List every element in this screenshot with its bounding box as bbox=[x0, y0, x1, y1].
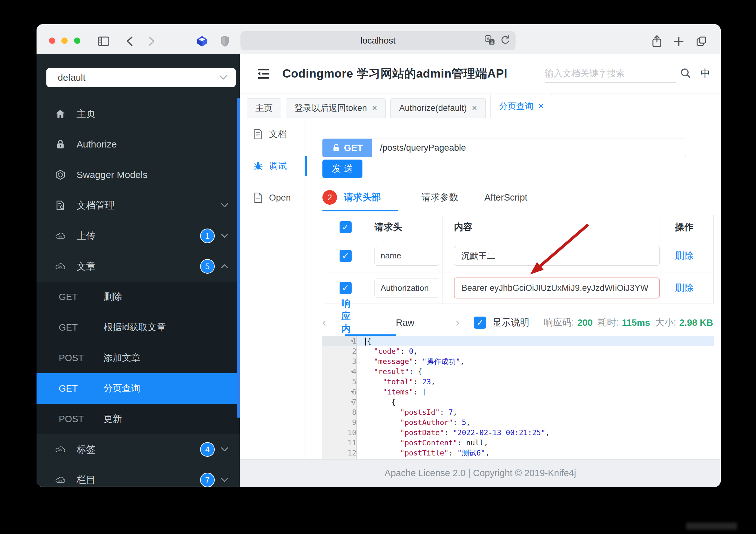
close-icon[interactable]: × bbox=[472, 103, 477, 113]
nav-item-debug[interactable]: 调试 bbox=[240, 150, 306, 182]
chevron-up-icon bbox=[221, 264, 229, 269]
back-icon[interactable] bbox=[123, 35, 136, 48]
main-panel: Codingmore 学习网站的admin管理端API 输入文档关键字搜索 中 … bbox=[240, 54, 721, 487]
language-toggle[interactable]: 中 bbox=[700, 67, 710, 80]
text-caret bbox=[365, 338, 366, 346]
sidebar-item-authorize[interactable]: Authorize bbox=[37, 129, 240, 159]
tab-request-headers[interactable]: 2 请求头部 bbox=[322, 190, 395, 205]
tab-raw[interactable]: Raw bbox=[396, 318, 414, 328]
translate-icon[interactable]: A文 bbox=[484, 35, 495, 45]
request-tab-bar: 2 请求头部 请求参数 AfterScript bbox=[322, 190, 527, 205]
doc-search-input[interactable]: 输入文档关键字搜索 bbox=[545, 65, 676, 83]
tab-content: 文档 调试 Open bbox=[240, 118, 721, 487]
sidebar-subitem-update[interactable]: POST 更新 bbox=[37, 404, 240, 434]
editor-gutter: 4▾ bbox=[322, 367, 357, 377]
app-cube-icon[interactable] bbox=[195, 35, 209, 48]
fold-icon[interactable]: ▾ bbox=[350, 397, 354, 407]
request-url-input[interactable] bbox=[372, 139, 686, 157]
fold-icon[interactable]: ▾ bbox=[350, 387, 354, 397]
header-name-input[interactable] bbox=[374, 246, 439, 266]
tab-home[interactable]: 主页 bbox=[247, 98, 281, 118]
editor-gutter: 7▾ bbox=[322, 397, 357, 407]
tab-request-params[interactable]: 请求参数 bbox=[421, 191, 458, 204]
menu-fold-icon[interactable] bbox=[256, 66, 272, 81]
fold-icon[interactable]: ▾ bbox=[350, 336, 354, 346]
editor-gutter: 9 bbox=[322, 417, 357, 428]
authorization-value-input[interactable] bbox=[454, 277, 660, 298]
editor-lines: 1▾{2 "code": 0,3 "message": "操作成功",4▾ "r… bbox=[322, 336, 715, 468]
new-tab-icon[interactable] bbox=[672, 35, 686, 48]
tab-afterscript[interactable]: AfterScript bbox=[484, 192, 527, 203]
sidebar-item-upload[interactable]: API 上传 1 bbox=[37, 221, 240, 251]
close-icon[interactable]: × bbox=[372, 103, 377, 113]
nav-item-open[interactable]: Open bbox=[240, 182, 306, 213]
tab-authorize-default[interactable]: Authorize(default) × bbox=[391, 98, 485, 118]
delete-link[interactable]: 删除 bbox=[675, 282, 693, 294]
reload-icon[interactable] bbox=[500, 35, 510, 45]
tab-overview-icon[interactable] bbox=[695, 35, 708, 48]
chevron-left-icon[interactable]: ‹ bbox=[322, 316, 326, 329]
group-select[interactable]: default bbox=[46, 68, 236, 87]
share-icon[interactable] bbox=[650, 35, 663, 48]
document-icon bbox=[253, 129, 263, 140]
response-meta: 响应码: 200 耗时: 115ms 大小: 2.98 KB bbox=[539, 316, 713, 329]
count-badge: 5 bbox=[200, 259, 215, 274]
sidebar-toggle-icon[interactable] bbox=[97, 35, 110, 48]
send-button[interactable]: 发 送 bbox=[322, 159, 363, 178]
browser-toolbar: localhost A文 bbox=[37, 24, 721, 54]
sidebar-item-columns[interactable]: API 栏目 7 bbox=[37, 465, 240, 487]
svg-text:API: API bbox=[58, 449, 62, 451]
svg-text:API: API bbox=[58, 266, 62, 268]
sidebar-item-doc-manage[interactable]: 文档管理 bbox=[37, 190, 240, 221]
page-title: Codingmore 学习网站的admin管理端API bbox=[283, 66, 507, 82]
sidebar-subitem-page-query[interactable]: GET 分页查询 bbox=[37, 373, 240, 404]
header-value-input[interactable] bbox=[454, 246, 660, 266]
error-count-badge: 2 bbox=[322, 190, 337, 205]
row-checkbox[interactable]: ✓ bbox=[339, 282, 352, 294]
window-minimize-button[interactable] bbox=[61, 38, 68, 44]
search-icon[interactable] bbox=[680, 68, 691, 79]
browser-window: localhost A文 default bbox=[37, 24, 721, 487]
tab-page-query[interactable]: 分页查询 × bbox=[491, 94, 552, 118]
chevron-right-icon[interactable]: › bbox=[455, 316, 459, 329]
status-code: 200 bbox=[577, 318, 592, 328]
window-close-button[interactable] bbox=[49, 38, 55, 44]
window-zoom-button[interactable] bbox=[74, 38, 80, 44]
bug-icon bbox=[253, 161, 263, 171]
address-bar[interactable]: localhost A文 bbox=[240, 31, 516, 50]
tab-login-token[interactable]: 登录以后返回token × bbox=[286, 98, 386, 118]
editor-line: 2 "code": 0, bbox=[322, 346, 715, 356]
sidebar-subitem-get-by-id[interactable]: GET 根据id获取文章 bbox=[37, 312, 240, 343]
forward-icon[interactable] bbox=[145, 35, 158, 48]
select-all-checkbox[interactable]: ✓ bbox=[339, 221, 352, 233]
nav-item-doc[interactable]: 文档 bbox=[240, 118, 306, 150]
sidebar-subitem-add[interactable]: POST 添加文章 bbox=[37, 343, 240, 373]
sidebar-item-swagger-models[interactable]: Swagger Models bbox=[37, 159, 240, 190]
editor-gutter: 6▾ bbox=[322, 387, 357, 397]
sidebar-item-home[interactable]: 主页 bbox=[37, 98, 240, 129]
editor-code: "postContent": null, bbox=[357, 438, 488, 448]
document-gear-icon bbox=[55, 200, 67, 211]
fold-icon[interactable]: ▾ bbox=[350, 367, 354, 377]
sidebar-scrollbar[interactable] bbox=[237, 98, 240, 418]
delete-link[interactable]: 删除 bbox=[675, 249, 693, 262]
sidebar: default 主页 Authorize Swagger Models bbox=[37, 54, 240, 487]
sidebar-subitem-delete[interactable]: GET 删除 bbox=[37, 282, 240, 312]
editor-gutter: 3 bbox=[322, 356, 357, 367]
shield-icon[interactable] bbox=[218, 35, 231, 48]
editor-line: 12 "postTitle": "测试6", bbox=[322, 448, 715, 458]
editor-line: 6▾ "items": [ bbox=[322, 387, 715, 397]
sidebar-item-tags[interactable]: API 标签 4 bbox=[37, 434, 240, 465]
row-checkbox[interactable]: ✓ bbox=[339, 250, 352, 262]
header-name-input[interactable] bbox=[374, 278, 439, 298]
articles-submenu: GET 删除 GET 根据id获取文章 POST 添加文章 GET 分页查询 bbox=[37, 282, 240, 434]
sidebar-menu: 主页 Authorize Swagger Models 文档管理 API bbox=[37, 98, 240, 487]
sidebar-item-articles[interactable]: API 文章 5 bbox=[37, 251, 240, 282]
app-header: Codingmore 学习网站的admin管理端API 输入文档关键字搜索 中 bbox=[240, 54, 721, 94]
cloud-api-icon: API bbox=[55, 231, 67, 240]
editor-gutter: 1▾ bbox=[322, 336, 357, 346]
close-icon[interactable]: × bbox=[538, 101, 544, 111]
cloud-api-icon: API bbox=[55, 475, 67, 484]
show-description-checkbox[interactable]: ✓ bbox=[474, 317, 486, 329]
editor-gutter: 5 bbox=[322, 377, 357, 387]
